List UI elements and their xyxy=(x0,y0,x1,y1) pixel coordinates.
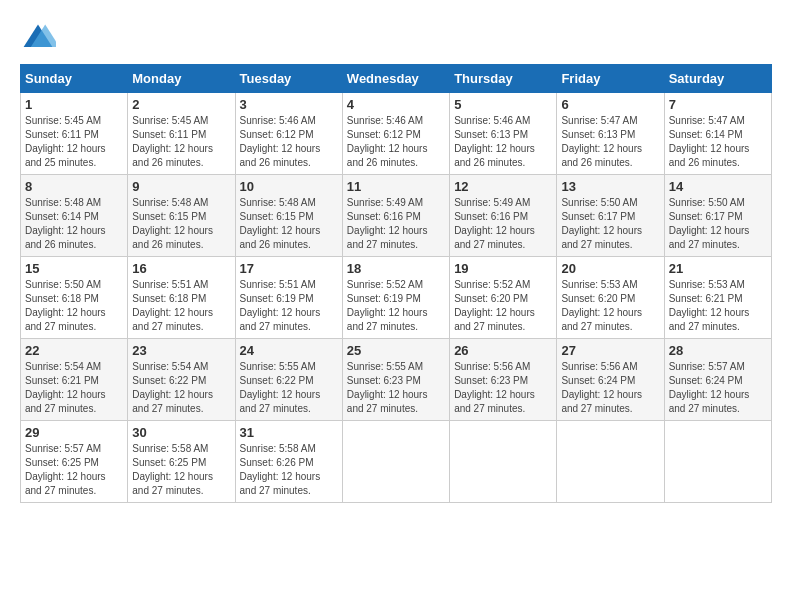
day-info: Sunrise: 5:46 AMSunset: 6:12 PMDaylight:… xyxy=(240,115,321,168)
header-day-thursday: Thursday xyxy=(450,65,557,93)
day-info: Sunrise: 5:47 AMSunset: 6:14 PMDaylight:… xyxy=(669,115,750,168)
day-number: 23 xyxy=(132,343,230,358)
day-number: 21 xyxy=(669,261,767,276)
day-info: Sunrise: 5:57 AMSunset: 6:25 PMDaylight:… xyxy=(25,443,106,496)
day-info: Sunrise: 5:53 AMSunset: 6:21 PMDaylight:… xyxy=(669,279,750,332)
page-container: SundayMondayTuesdayWednesdayThursdayFrid… xyxy=(20,20,772,503)
day-number: 16 xyxy=(132,261,230,276)
calendar-day-16: 16 Sunrise: 5:51 AMSunset: 6:18 PMDaylig… xyxy=(128,257,235,339)
day-number: 31 xyxy=(240,425,338,440)
day-info: Sunrise: 5:54 AMSunset: 6:21 PMDaylight:… xyxy=(25,361,106,414)
day-info: Sunrise: 5:48 AMSunset: 6:15 PMDaylight:… xyxy=(240,197,321,250)
calendar-day-8: 8 Sunrise: 5:48 AMSunset: 6:14 PMDayligh… xyxy=(21,175,128,257)
header-day-sunday: Sunday xyxy=(21,65,128,93)
calendar-day-5: 5 Sunrise: 5:46 AMSunset: 6:13 PMDayligh… xyxy=(450,93,557,175)
calendar-day-11: 11 Sunrise: 5:49 AMSunset: 6:16 PMDaylig… xyxy=(342,175,449,257)
calendar-day-10: 10 Sunrise: 5:48 AMSunset: 6:15 PMDaylig… xyxy=(235,175,342,257)
day-number: 24 xyxy=(240,343,338,358)
day-number: 29 xyxy=(25,425,123,440)
day-number: 11 xyxy=(347,179,445,194)
day-number: 1 xyxy=(25,97,123,112)
calendar-week-4: 22 Sunrise: 5:54 AMSunset: 6:21 PMDaylig… xyxy=(21,339,772,421)
calendar-day-31: 31 Sunrise: 5:58 AMSunset: 6:26 PMDaylig… xyxy=(235,421,342,503)
day-info: Sunrise: 5:50 AMSunset: 6:17 PMDaylight:… xyxy=(669,197,750,250)
header-day-tuesday: Tuesday xyxy=(235,65,342,93)
calendar-day-2: 2 Sunrise: 5:45 AMSunset: 6:11 PMDayligh… xyxy=(128,93,235,175)
day-number: 2 xyxy=(132,97,230,112)
day-info: Sunrise: 5:45 AMSunset: 6:11 PMDaylight:… xyxy=(25,115,106,168)
calendar-day-23: 23 Sunrise: 5:54 AMSunset: 6:22 PMDaylig… xyxy=(128,339,235,421)
day-info: Sunrise: 5:52 AMSunset: 6:20 PMDaylight:… xyxy=(454,279,535,332)
calendar-day-29: 29 Sunrise: 5:57 AMSunset: 6:25 PMDaylig… xyxy=(21,421,128,503)
day-info: Sunrise: 5:51 AMSunset: 6:18 PMDaylight:… xyxy=(132,279,213,332)
calendar-empty-cell xyxy=(450,421,557,503)
day-number: 12 xyxy=(454,179,552,194)
day-number: 7 xyxy=(669,97,767,112)
day-info: Sunrise: 5:48 AMSunset: 6:15 PMDaylight:… xyxy=(132,197,213,250)
day-info: Sunrise: 5:56 AMSunset: 6:24 PMDaylight:… xyxy=(561,361,642,414)
calendar-day-7: 7 Sunrise: 5:47 AMSunset: 6:14 PMDayligh… xyxy=(664,93,771,175)
calendar-table: SundayMondayTuesdayWednesdayThursdayFrid… xyxy=(20,64,772,503)
calendar-day-18: 18 Sunrise: 5:52 AMSunset: 6:19 PMDaylig… xyxy=(342,257,449,339)
day-number: 17 xyxy=(240,261,338,276)
day-number: 13 xyxy=(561,179,659,194)
day-number: 25 xyxy=(347,343,445,358)
calendar-day-20: 20 Sunrise: 5:53 AMSunset: 6:20 PMDaylig… xyxy=(557,257,664,339)
day-info: Sunrise: 5:55 AMSunset: 6:23 PMDaylight:… xyxy=(347,361,428,414)
day-info: Sunrise: 5:56 AMSunset: 6:23 PMDaylight:… xyxy=(454,361,535,414)
calendar-day-4: 4 Sunrise: 5:46 AMSunset: 6:12 PMDayligh… xyxy=(342,93,449,175)
calendar-day-19: 19 Sunrise: 5:52 AMSunset: 6:20 PMDaylig… xyxy=(450,257,557,339)
calendar-day-9: 9 Sunrise: 5:48 AMSunset: 6:15 PMDayligh… xyxy=(128,175,235,257)
calendar-day-24: 24 Sunrise: 5:55 AMSunset: 6:22 PMDaylig… xyxy=(235,339,342,421)
day-number: 10 xyxy=(240,179,338,194)
day-number: 26 xyxy=(454,343,552,358)
day-info: Sunrise: 5:53 AMSunset: 6:20 PMDaylight:… xyxy=(561,279,642,332)
calendar-day-22: 22 Sunrise: 5:54 AMSunset: 6:21 PMDaylig… xyxy=(21,339,128,421)
calendar-day-30: 30 Sunrise: 5:58 AMSunset: 6:25 PMDaylig… xyxy=(128,421,235,503)
day-info: Sunrise: 5:50 AMSunset: 6:18 PMDaylight:… xyxy=(25,279,106,332)
day-number: 20 xyxy=(561,261,659,276)
day-number: 3 xyxy=(240,97,338,112)
calendar-day-1: 1 Sunrise: 5:45 AMSunset: 6:11 PMDayligh… xyxy=(21,93,128,175)
day-number: 22 xyxy=(25,343,123,358)
day-info: Sunrise: 5:49 AMSunset: 6:16 PMDaylight:… xyxy=(347,197,428,250)
calendar-week-5: 29 Sunrise: 5:57 AMSunset: 6:25 PMDaylig… xyxy=(21,421,772,503)
day-info: Sunrise: 5:58 AMSunset: 6:25 PMDaylight:… xyxy=(132,443,213,496)
calendar-week-2: 8 Sunrise: 5:48 AMSunset: 6:14 PMDayligh… xyxy=(21,175,772,257)
calendar-day-21: 21 Sunrise: 5:53 AMSunset: 6:21 PMDaylig… xyxy=(664,257,771,339)
calendar-day-25: 25 Sunrise: 5:55 AMSunset: 6:23 PMDaylig… xyxy=(342,339,449,421)
day-info: Sunrise: 5:48 AMSunset: 6:14 PMDaylight:… xyxy=(25,197,106,250)
day-number: 9 xyxy=(132,179,230,194)
header xyxy=(20,20,772,56)
day-info: Sunrise: 5:52 AMSunset: 6:19 PMDaylight:… xyxy=(347,279,428,332)
day-info: Sunrise: 5:55 AMSunset: 6:22 PMDaylight:… xyxy=(240,361,321,414)
header-day-saturday: Saturday xyxy=(664,65,771,93)
day-number: 28 xyxy=(669,343,767,358)
calendar-day-3: 3 Sunrise: 5:46 AMSunset: 6:12 PMDayligh… xyxy=(235,93,342,175)
day-info: Sunrise: 5:45 AMSunset: 6:11 PMDaylight:… xyxy=(132,115,213,168)
day-info: Sunrise: 5:54 AMSunset: 6:22 PMDaylight:… xyxy=(132,361,213,414)
day-number: 14 xyxy=(669,179,767,194)
calendar-week-1: 1 Sunrise: 5:45 AMSunset: 6:11 PMDayligh… xyxy=(21,93,772,175)
day-info: Sunrise: 5:51 AMSunset: 6:19 PMDaylight:… xyxy=(240,279,321,332)
header-day-wednesday: Wednesday xyxy=(342,65,449,93)
day-info: Sunrise: 5:46 AMSunset: 6:13 PMDaylight:… xyxy=(454,115,535,168)
calendar-day-15: 15 Sunrise: 5:50 AMSunset: 6:18 PMDaylig… xyxy=(21,257,128,339)
calendar-empty-cell xyxy=(557,421,664,503)
calendar-day-13: 13 Sunrise: 5:50 AMSunset: 6:17 PMDaylig… xyxy=(557,175,664,257)
day-number: 15 xyxy=(25,261,123,276)
day-number: 4 xyxy=(347,97,445,112)
calendar-day-12: 12 Sunrise: 5:49 AMSunset: 6:16 PMDaylig… xyxy=(450,175,557,257)
logo xyxy=(20,20,62,56)
day-number: 6 xyxy=(561,97,659,112)
calendar-day-27: 27 Sunrise: 5:56 AMSunset: 6:24 PMDaylig… xyxy=(557,339,664,421)
calendar-day-6: 6 Sunrise: 5:47 AMSunset: 6:13 PMDayligh… xyxy=(557,93,664,175)
day-number: 27 xyxy=(561,343,659,358)
day-info: Sunrise: 5:57 AMSunset: 6:24 PMDaylight:… xyxy=(669,361,750,414)
header-day-monday: Monday xyxy=(128,65,235,93)
calendar-header-row: SundayMondayTuesdayWednesdayThursdayFrid… xyxy=(21,65,772,93)
day-number: 8 xyxy=(25,179,123,194)
calendar-day-14: 14 Sunrise: 5:50 AMSunset: 6:17 PMDaylig… xyxy=(664,175,771,257)
calendar-empty-cell xyxy=(342,421,449,503)
day-info: Sunrise: 5:49 AMSunset: 6:16 PMDaylight:… xyxy=(454,197,535,250)
